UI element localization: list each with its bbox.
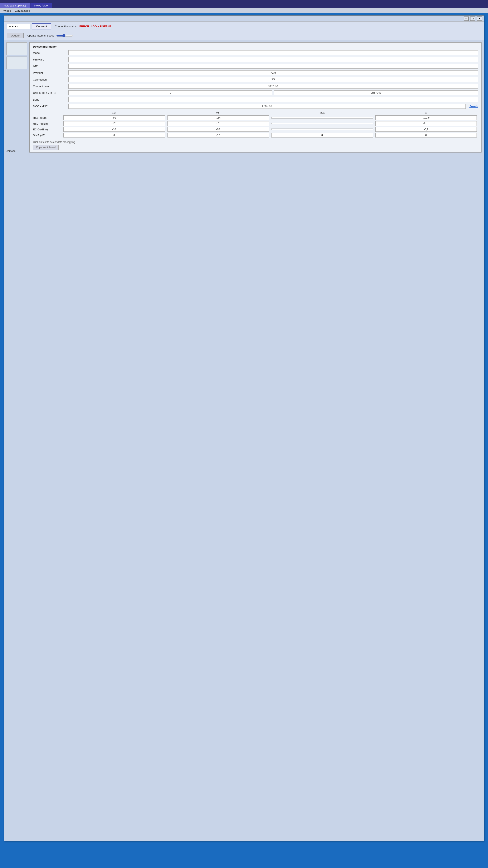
rscp-row: RSCP (dBm) -101 -101 -91,1 (33, 121, 478, 126)
rssi-label: RSSI (dBm) (33, 115, 62, 121)
cell-id-pair: 0 2867847 (68, 90, 478, 95)
firmware-value (68, 57, 478, 62)
top-bar: Narzędzia aplikacji Nowy folder (0, 0, 488, 8)
sinr-row: SINR (dB) 0 -17 8 0 (33, 132, 478, 138)
sinr-cur[interactable]: 0 (63, 133, 165, 137)
bottom-area (0, 843, 488, 868)
search-link[interactable]: Search (469, 105, 478, 108)
main-content: edmode Device Information Model Firmware… (4, 40, 484, 155)
panel-title: Device Information (33, 45, 478, 48)
provider-row: Provider PLAY (33, 70, 478, 75)
maximize-button[interactable]: □ (470, 17, 475, 21)
left-panel-box-1 (6, 42, 27, 55)
model-row: Model (33, 50, 478, 55)
provider-label: Provider (33, 71, 66, 74)
ecio-max (271, 128, 373, 130)
connect-time-row: Connect time 00:01:51 (33, 84, 478, 89)
connection-row: Connection 3G (33, 77, 478, 82)
rssi-max (271, 117, 373, 119)
copy-hint: Click on text to select data for copying (33, 141, 478, 144)
cell-id-hex[interactable]: 0 (68, 90, 272, 95)
ecio-min[interactable]: -20 (167, 127, 269, 132)
th-min: Min (166, 111, 270, 115)
update-button[interactable]: Update (7, 33, 24, 38)
sinr-max[interactable]: 8 (271, 133, 373, 137)
rscp-avg[interactable]: -91,1 (376, 121, 477, 126)
th-cur: Cur (62, 111, 166, 115)
model-label: Model (33, 51, 66, 55)
title-bar: — □ ✕ (4, 16, 484, 22)
connection-label: Connection (33, 78, 66, 81)
update-interval-label: Update interval: 5secs (27, 34, 54, 37)
rssi-min[interactable]: -134 (167, 115, 269, 120)
imei-row: IMEI (33, 64, 478, 69)
connection-status-value: ERROR: LOGIN USERNA (79, 25, 112, 28)
ecio-cur[interactable]: -10 (63, 127, 165, 132)
update-interval-slider[interactable] (56, 34, 73, 37)
mcc-mnc-row: MCC - MNC 260 - 06 Search (33, 104, 478, 109)
main-window: — □ ✕ Connect Connection status: ERROR: … (4, 16, 484, 841)
close-button[interactable]: ✕ (477, 17, 482, 21)
firmware-row: Firmware (33, 57, 478, 62)
band-label: Band (33, 98, 66, 101)
tab-narzedzia[interactable]: Narzędzia aplikacji (0, 3, 30, 8)
rssi-avg[interactable]: -102,9 (376, 115, 477, 120)
sinr-min[interactable]: -17 (167, 133, 269, 137)
connect-time-value[interactable]: 00:01:51 (68, 84, 478, 89)
mcc-mnc-label: MCC - MNC (33, 105, 66, 108)
rscp-min[interactable]: -101 (167, 121, 269, 126)
slider-container (56, 34, 73, 37)
left-panel: edmode (6, 42, 27, 153)
ecio-avg[interactable]: -5,1 (376, 127, 477, 132)
signal-table: Cur Min Max Ø RSSI (dBm) -91 -134 -102,9 (33, 111, 478, 138)
cell-id-dec[interactable]: 2867847 (274, 90, 478, 95)
rscp-max (271, 123, 373, 124)
ribbon-bar: Widok Zarządzanie (0, 8, 488, 13)
toolbar: Connect Connection status: ERROR: LOGIN … (4, 22, 484, 40)
left-panel-box-2 (6, 57, 27, 69)
firmware-label: Firmware (33, 58, 66, 61)
model-value (68, 50, 478, 55)
mcc-mnc-value[interactable]: 260 - 06 (68, 104, 466, 109)
connection-value[interactable]: 3G (68, 77, 478, 82)
password-input[interactable] (7, 24, 30, 29)
cell-id-row: Cell-ID HEX / DEC 0 2867847 (33, 90, 478, 95)
connection-status-label: Connection status: (55, 25, 77, 28)
band-row: Band (33, 97, 478, 102)
ecio-label: ECIO (dBm) (33, 126, 62, 132)
toolbar-row1: Connect Connection status: ERROR: LOGIN … (7, 23, 111, 29)
device-info-panel: Device Information Model Firmware IMEI P… (29, 42, 482, 153)
imei-value (68, 64, 478, 69)
ecio-row: ECIO (dBm) -10 -20 -5,1 (33, 126, 478, 132)
cell-id-label: Cell-ID HEX / DEC (33, 91, 66, 95)
sinr-label: SINR (dB) (33, 132, 62, 138)
rssi-row: RSSI (dBm) -91 -134 -102,9 (33, 115, 478, 121)
provider-value[interactable]: PLAY (68, 70, 478, 75)
ribbon-widok[interactable]: Widok (3, 9, 11, 12)
edmode-label: edmode (6, 150, 27, 153)
connect-button[interactable]: Connect (32, 23, 51, 29)
connect-time-label: Connect time (33, 85, 66, 88)
sinr-avg[interactable]: 0 (376, 133, 477, 137)
rscp-label: RSCP (dBm) (33, 121, 62, 126)
ribbon-zarzadzanie[interactable]: Zarządzanie (15, 9, 30, 12)
tab-nowy-folder[interactable]: Nowy folder (30, 3, 52, 8)
rssi-cur[interactable]: -91 (63, 115, 165, 120)
band-value (68, 97, 478, 102)
th-max: Max (270, 111, 374, 115)
rscp-cur[interactable]: -101 (63, 121, 165, 126)
minimize-button[interactable]: — (464, 17, 468, 21)
copy-to-clipboard-button[interactable]: Copy to clipboard (33, 145, 59, 150)
th-empty (33, 111, 62, 115)
th-avg: Ø (374, 111, 478, 115)
imei-label: IMEI (33, 65, 66, 68)
